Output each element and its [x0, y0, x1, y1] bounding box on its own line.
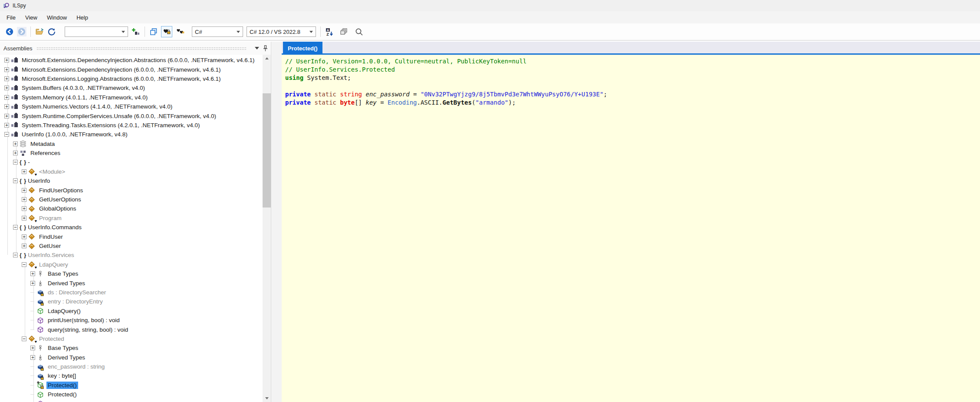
tree-item[interactable]: +System.Buffers (4.0.3.0, .NETFramework,…: [0, 83, 262, 92]
assemblies-panel-header[interactable]: Assemblies: [0, 42, 271, 55]
collapse-icon[interactable]: −: [22, 262, 26, 267]
tree-item[interactable]: +Microsoft.Extensions.DependencyInjectio…: [0, 65, 262, 74]
open-file-button[interactable]: [35, 27, 44, 36]
collapse-windows-button[interactable]: [339, 27, 349, 36]
decompiled-code-view[interactable]: // UserInfo, Version=1.0.0.0, Culture=ne…: [282, 55, 980, 402]
tree-item[interactable]: +System.Threading.Tasks.Extensions (4.2.…: [0, 121, 262, 130]
tree-item[interactable]: −{ }-: [0, 158, 262, 167]
tree-item[interactable]: printUser(string, bool) : void: [0, 316, 262, 325]
tree-item[interactable]: +System.Memory (4.0.1.1, .NETFramework, …: [0, 93, 262, 102]
tree-scrollbar[interactable]: [263, 55, 271, 402]
scroll-down-arrow[interactable]: [263, 395, 271, 402]
tree-item[interactable]: −UserInfo (1.0.0.0, .NETFramework, v4.8): [0, 130, 262, 139]
panel-splitter[interactable]: [271, 42, 282, 402]
expand-icon[interactable]: +: [22, 244, 26, 248]
expand-icon[interactable]: +: [30, 271, 35, 276]
expand-icon[interactable]: +: [4, 95, 9, 100]
tree-item[interactable]: +System.Numerics.Vectors (4.1.4.0, .NETF…: [0, 102, 262, 111]
show-internal-api-toggle[interactable]: [161, 26, 172, 37]
panel-menu-chevron-icon[interactable]: [255, 47, 259, 49]
tree-item[interactable]: +♥<Module>: [0, 167, 262, 176]
tree-item[interactable]: −♥LdapQuery: [0, 260, 262, 269]
scroll-up-arrow[interactable]: [263, 55, 271, 62]
collapse-icon[interactable]: −: [4, 132, 9, 137]
assembly-list-combobox[interactable]: [65, 26, 128, 37]
tree-item[interactable]: +Derived Types: [0, 278, 262, 287]
tree-item-label: GetUser: [38, 242, 62, 250]
language-version-combobox[interactable]: C# 12.0 / VS 2022.8: [247, 26, 316, 37]
show-all-api-button[interactable]: [175, 27, 186, 36]
collapse-icon[interactable]: −: [13, 225, 18, 230]
tree-item[interactable]: +GetUser: [0, 241, 262, 250]
back-button[interactable]: [5, 27, 14, 36]
collapse-icon[interactable]: −: [13, 253, 18, 257]
tree-item[interactable]: LdapQuery(): [0, 306, 262, 316]
expand-icon[interactable]: +: [22, 206, 26, 211]
expand-icon[interactable]: +: [30, 355, 35, 360]
tree-item[interactable]: −{ }UserInfo.Commands: [0, 223, 262, 232]
tree-item[interactable]: Protected(): [0, 390, 262, 399]
refresh-button[interactable]: [47, 27, 56, 36]
tree-item[interactable]: +Base Types: [0, 343, 262, 353]
expand-icon[interactable]: +: [4, 76, 9, 81]
expand-icon[interactable]: +: [4, 58, 9, 63]
pin-icon[interactable]: [263, 45, 268, 52]
tree-item[interactable]: −{ }UserInfo.Services: [0, 250, 262, 260]
collapse-icon[interactable]: −: [13, 178, 18, 183]
expand-icon[interactable]: +: [22, 234, 26, 239]
expand-icon[interactable]: +: [4, 114, 9, 119]
tree-item[interactable]: +Metadata: [0, 139, 262, 148]
tree-item[interactable]: +Microsoft.Extensions.DependencyInjectio…: [0, 56, 262, 65]
tree-item[interactable]: −{ }UserInfo: [0, 176, 262, 185]
window-layout-button[interactable]: [149, 27, 158, 36]
tree-item[interactable]: +GlobalOptions: [0, 204, 262, 213]
tree-item[interactable]: key : byte[]: [0, 371, 262, 380]
tree-item[interactable]: +System.Runtime.CompilerServices.Unsafe …: [0, 111, 262, 120]
expand-icon[interactable]: +: [4, 67, 9, 72]
tree-item[interactable]: +References: [0, 148, 262, 158]
tree-item[interactable]: enc_password : string: [0, 362, 262, 371]
tree-item[interactable]: +♥Program: [0, 214, 262, 223]
menu-window[interactable]: Window: [42, 13, 72, 23]
expand-icon[interactable]: +: [22, 197, 26, 202]
assemblies-tree[interactable]: +Microsoft.Extensions.DependencyInjectio…: [0, 55, 271, 402]
expand-icon[interactable]: +: [22, 169, 26, 174]
tree-item[interactable]: +GetUserOptions: [0, 195, 262, 204]
tree-item[interactable]: +FindUser: [0, 232, 262, 241]
tree-item[interactable]: +Microsoft.Extensions.Logging.Abstractio…: [0, 74, 262, 83]
tree-item[interactable]: ds : DirectorySearcher: [0, 288, 262, 297]
tree-item[interactable]: Protected(): [0, 381, 262, 390]
forward-button[interactable]: [17, 27, 26, 36]
expand-icon[interactable]: +: [30, 346, 35, 350]
tree-connector: [30, 311, 35, 311]
expand-icon[interactable]: +: [22, 188, 26, 193]
expand-icon[interactable]: +: [4, 123, 9, 128]
tab-protected[interactable]: Protected(): [283, 42, 322, 55]
collapse-icon[interactable]: −: [13, 160, 18, 165]
language-combobox[interactable]: C#: [192, 26, 243, 37]
collapse-icon[interactable]: −: [22, 336, 26, 341]
expand-icon[interactable]: +: [30, 281, 35, 286]
menu-help[interactable]: Help: [72, 13, 93, 23]
expand-icon[interactable]: +: [4, 86, 9, 90]
namespace-icon: { }: [20, 252, 26, 259]
tree-item[interactable]: −♥Protected: [0, 334, 262, 343]
base-types-icon: [37, 345, 44, 352]
expand-icon[interactable]: +: [22, 216, 26, 221]
tree-item[interactable]: +FindUserOptions: [0, 185, 262, 194]
scrollbar-thumb[interactable]: [263, 93, 271, 208]
menu-file[interactable]: File: [2, 13, 20, 23]
tree-item[interactable]: query(string, string, bool) : void: [0, 325, 262, 334]
expand-icon[interactable]: +: [4, 104, 9, 109]
sort-assemblies-button[interactable]: [131, 27, 141, 36]
tree-item[interactable]: +Derived Types: [0, 353, 262, 362]
tree-item[interactable]: getPassword() : string: [0, 399, 262, 402]
expand-icon[interactable]: +: [13, 151, 18, 155]
class-icon: [28, 233, 36, 240]
tree-item[interactable]: +Base Types: [0, 269, 262, 278]
tree-item[interactable]: entry : DirectoryEntry: [0, 297, 262, 306]
menu-view[interactable]: View: [20, 13, 42, 23]
expand-icon[interactable]: +: [13, 142, 18, 146]
search-button[interactable]: [354, 27, 364, 36]
sort-alpha-button[interactable]: A Z: [325, 27, 334, 36]
